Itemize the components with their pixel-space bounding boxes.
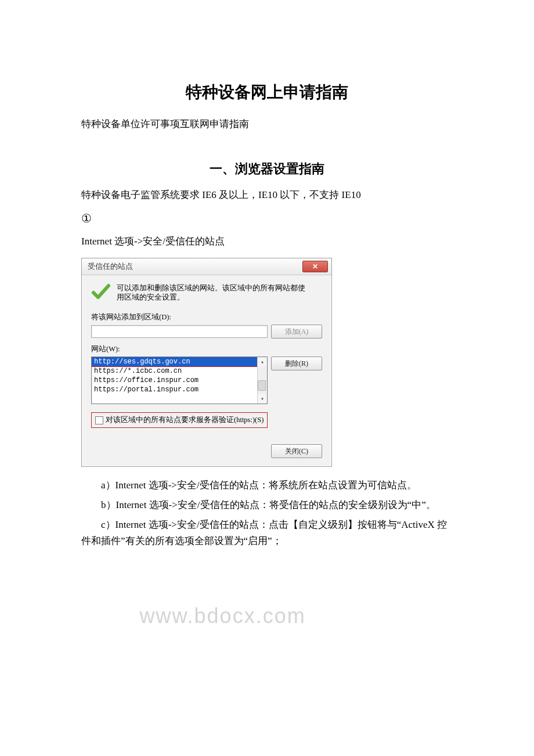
- trusted-sites-dialog: 受信任的站点 ✕ 可以添加和删除该区域的网站。该区域中的所有网站都使用区域的安全…: [81, 258, 332, 467]
- scroll-thumb[interactable]: [258, 380, 266, 391]
- list-item[interactable]: https://*.icbc.com.cn: [92, 366, 267, 376]
- add-button[interactable]: 添加(A): [271, 325, 322, 339]
- close-icon: ✕: [312, 263, 318, 270]
- ie-requirement-text: 特种设备电子监管系统要求 IE6 及以上，IE10 以下，不支持 IE10: [81, 187, 453, 203]
- sites-label: 网站(W):: [91, 344, 322, 354]
- add-site-label: 将该网站添加到区域(D):: [91, 312, 322, 322]
- document-title: 特种设备网上申请指南: [81, 81, 453, 103]
- checkbox-icon[interactable]: [95, 416, 103, 424]
- scroll-up-icon[interactable]: ▴: [258, 357, 267, 366]
- step-path-text: Internet 选项->安全/受信任的站点: [81, 233, 453, 250]
- list-item[interactable]: https://office.inspur.com: [92, 376, 267, 385]
- add-site-input[interactable]: [91, 325, 268, 338]
- watermark-text: www.bdocx.com: [140, 604, 306, 628]
- https-verify-checkbox-row[interactable]: 对该区域中的所有站点要求服务器验证(https:)(S): [91, 412, 268, 428]
- document-subtitle: 特种设备单位许可事项互联网申请指南: [81, 116, 453, 132]
- dialog-titlebar: 受信任的站点 ✕: [82, 258, 331, 275]
- remove-button[interactable]: 删除(R): [271, 357, 322, 370]
- instruction-a: a）Internet 选项->安全/受信任的站点：将系统所在站点设置为可信站点。: [81, 477, 453, 494]
- list-item[interactable]: http://ses.gdqts.gov.cn: [91, 357, 268, 367]
- close-button[interactable]: 关闭(C): [271, 444, 322, 458]
- section-1-heading: 一、浏览器设置指南: [81, 160, 453, 178]
- dialog-title: 受信任的站点: [88, 261, 302, 272]
- list-item[interactable]: https://portal.inspur.com: [92, 385, 267, 394]
- sites-listbox[interactable]: http://ses.gdqts.gov.cn https://*.icbc.c…: [91, 357, 268, 404]
- dialog-info-text: 可以添加和删除该区域的网站。该区域中的所有网站都使用区域的安全设置。: [117, 283, 308, 302]
- instruction-b: b）Internet 选项->安全/受信任的站点：将受信任的站点的安全级别设为“…: [81, 497, 453, 513]
- window-close-button[interactable]: ✕: [302, 261, 328, 272]
- step-marker: ①: [81, 211, 453, 225]
- checkmark-icon: [91, 283, 111, 301]
- instruction-c: c）Internet 选项->安全/受信任的站点：点击【自定义级别】按钮将与“A…: [81, 517, 453, 549]
- https-verify-label: 对该区域中的所有站点要求服务器验证(https:)(S): [106, 415, 264, 425]
- scroll-down-icon[interactable]: ▾: [258, 394, 267, 404]
- listbox-scrollbar[interactable]: ▴ ▾: [257, 357, 267, 404]
